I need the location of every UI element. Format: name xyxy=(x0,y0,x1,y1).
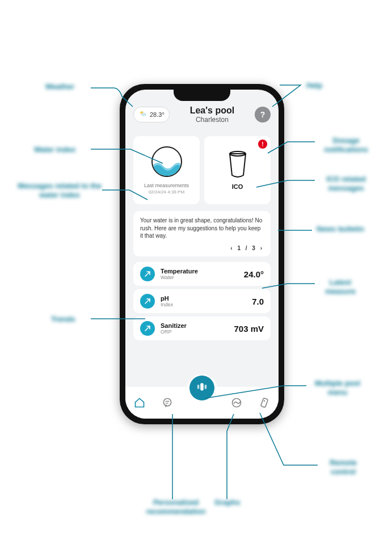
callout-trends: Trends xyxy=(51,315,75,324)
callout-dosage: Dosage notifications xyxy=(315,136,377,154)
callout-multi-pool: Multiple pool menu xyxy=(309,379,366,396)
callout-help: Help xyxy=(306,81,322,90)
callout-graphs: Graphs xyxy=(214,498,241,507)
diagram-stage: 28.3° Lea's pool Charleston ? xyxy=(0,0,392,540)
callout-messages-related: Messages related to the water index xyxy=(17,182,102,199)
callout-personalized: Personalized recommendation xyxy=(136,498,216,516)
callout-remote: Remote control xyxy=(318,458,369,476)
callout-latest: Latest measure xyxy=(315,278,366,296)
callout-ico-related: ICO related messages xyxy=(315,175,377,192)
callout-water-index: Water index xyxy=(34,145,75,154)
callout-weather: Weather xyxy=(45,82,74,91)
callout-news: News bulletin xyxy=(315,225,366,234)
